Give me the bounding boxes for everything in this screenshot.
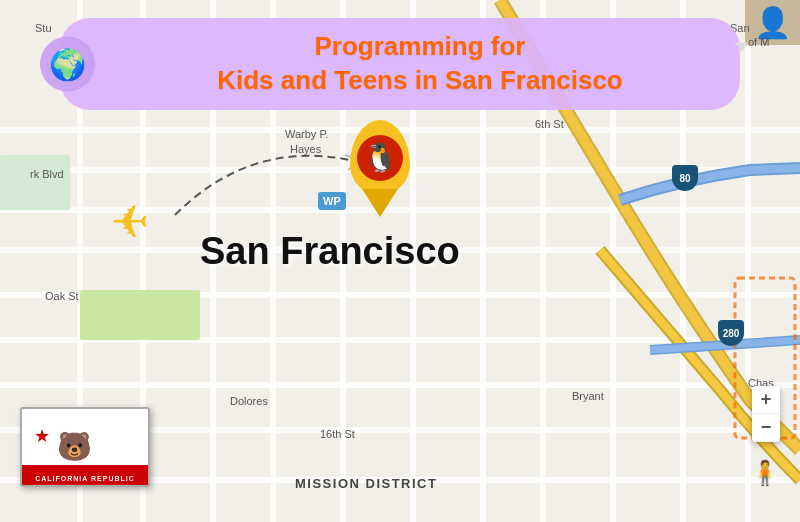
- svg-rect-31: [0, 155, 70, 210]
- banner-line2: Kids and Teens in San Francisco: [217, 65, 623, 95]
- title-banner: 🌍 Programming for Kids and Teens in San …: [60, 18, 740, 110]
- flag-content: CALIFORNIA REPUBLIC 🐻 ★: [22, 409, 148, 485]
- street-label-bryant: Bryant: [572, 390, 604, 402]
- zoom-in-button[interactable]: +: [752, 386, 780, 414]
- flag-text: CALIFORNIA REPUBLIC: [22, 475, 148, 482]
- svg-rect-29: [745, 0, 751, 522]
- street-label-16th: 16th St: [320, 428, 355, 440]
- map-pin: 🐧: [350, 120, 410, 195]
- california-flag: CALIFORNIA REPUBLIC 🐻 ★: [20, 407, 150, 487]
- flag-bear-icon: 🐻: [57, 430, 92, 463]
- pin-body: 🐧: [350, 120, 410, 195]
- street-label-stu: Stu: [35, 22, 52, 34]
- highway-badge-280: 280: [718, 320, 744, 346]
- street-view-icon[interactable]: 🧍: [750, 459, 780, 487]
- badge-280-shield: 280: [718, 320, 744, 346]
- highway-badge-80: 80: [672, 165, 698, 191]
- svg-rect-30: [80, 290, 200, 340]
- map-container: Warby P. Hayes 6th St Oak St Dolores Bry…: [0, 0, 800, 522]
- street-label-warby: Warby P.: [285, 128, 328, 140]
- penguin-icon: 🐧: [363, 144, 398, 172]
- banner-line1: Programming for: [315, 31, 526, 61]
- pin-face: 🐧: [357, 135, 403, 181]
- wp-marker: WP: [318, 192, 346, 210]
- street-label-rk: rk Blvd: [30, 168, 64, 180]
- street-label-6th: 6th St: [535, 118, 564, 130]
- banner-title: Programming for Kids and Teens in San Fr…: [120, 30, 720, 98]
- street-label-dolores: Dolores: [230, 395, 268, 407]
- zoom-controls: + −: [752, 386, 780, 442]
- airplane-icon: ✈: [110, 195, 149, 249]
- zoom-out-button[interactable]: −: [752, 414, 780, 442]
- street-label-oak: Oak St: [45, 290, 79, 302]
- flag-star-icon: ★: [34, 425, 50, 447]
- street-label-mission: MISSION DISTRICT: [295, 476, 437, 491]
- street-label-hayes: Hayes: [290, 143, 321, 155]
- city-label: San Francisco: [200, 230, 460, 273]
- globe-icon: 🌍: [40, 36, 95, 91]
- badge-80-shield: 80: [672, 165, 698, 191]
